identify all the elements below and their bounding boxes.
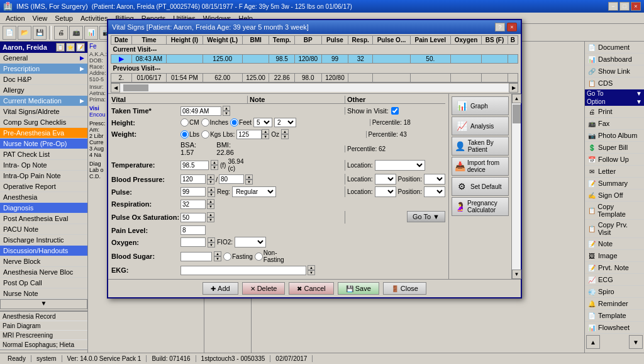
prev-visit-row-1[interactable]: 2. 01/06/17 01:54 PM 62.00 125.00 22.86 …: [111, 74, 518, 82]
right-letter[interactable]: ✉ Letter: [585, 166, 644, 178]
right-ecg[interactable]: 📈 ECG: [585, 274, 644, 286]
pulse-position-select[interactable]: [424, 186, 445, 197]
patient-icon-3[interactable]: 📝: [76, 43, 85, 52]
nav-dochp[interactable]: Doc H&P: [0, 74, 87, 85]
nav-allergy[interactable]: Allergy: [0, 85, 87, 96]
bp-sys-up[interactable]: ▲: [207, 174, 214, 179]
bs-input[interactable]: [180, 252, 212, 261]
taken-by-patient-btn[interactable]: 👤 Taken By Patient: [452, 137, 509, 156]
nav-nurse-note[interactable]: Nurse Note: [0, 288, 87, 299]
pulse-location-select[interactable]: [375, 186, 396, 197]
bp-position-select[interactable]: [424, 174, 445, 185]
taken-time-down[interactable]: ▼: [223, 111, 230, 116]
toolbar-fax[interactable]: 📠: [69, 26, 83, 40]
resp-up[interactable]: ▲: [207, 199, 214, 204]
resp-input[interactable]: [180, 200, 206, 209]
small-nav-anesthesia-record[interactable]: Anesthesia Record: [0, 312, 87, 321]
toolbar-save[interactable]: 💾: [33, 26, 47, 40]
bp-dia-up[interactable]: ▲: [245, 174, 253, 179]
fasting-radio[interactable]: [223, 253, 231, 261]
oxygen-input[interactable]: [180, 237, 206, 247]
delete-btn[interactable]: ✕ Delete: [242, 282, 286, 295]
ekg-input[interactable]: [180, 266, 306, 275]
right-show-link[interactable]: 🔗 Show Link: [585, 65, 644, 77]
right-fax[interactable]: 📠 Fax: [585, 118, 644, 130]
maximize-btn[interactable]: □: [619, 2, 630, 11]
menu-activities[interactable]: Activities: [77, 14, 111, 23]
bs-down[interactable]: ▼: [214, 256, 221, 261]
nav-post-anesthesia[interactable]: Post Anesthesia Eval: [0, 213, 87, 224]
weight-input[interactable]: [236, 130, 262, 139]
resp-down[interactable]: ▼: [207, 204, 214, 209]
nav-operative-report[interactable]: Operative Report: [0, 181, 87, 192]
pulse-up[interactable]: ▲: [208, 187, 215, 192]
analysis-btn[interactable]: 📈 Analysis: [452, 117, 509, 135]
close-btn[interactable]: ×: [631, 2, 641, 11]
goto-button[interactable]: Go To ▼: [407, 211, 445, 222]
right-print[interactable]: 🖨 Print: [585, 106, 644, 118]
nav-anesthesia[interactable]: Anesthesia: [0, 192, 87, 203]
weight-oz-up[interactable]: ▲: [281, 129, 289, 134]
nav-diagnosis[interactable]: Diagnosis: [0, 203, 87, 213]
small-nav-esophagus[interactable]: Normal Esophagus; Hieta: [0, 340, 87, 350]
oxygen-up[interactable]: ▲: [208, 237, 215, 242]
right-scroll-down[interactable]: ▼: [629, 335, 643, 349]
scroll-up-btn[interactable]: ▲: [512, 94, 521, 103]
small-nav-pain-diagram[interactable]: Pain Diagram: [0, 321, 87, 331]
nav-current-medication[interactable]: Current Medication ▶: [0, 96, 87, 106]
o2-input[interactable]: [180, 213, 206, 222]
right-spiro[interactable]: 💨 Spiro: [585, 286, 644, 298]
weight-lbs-radio[interactable]: [180, 130, 189, 139]
patient-icon-2[interactable]: ⭐: [66, 43, 75, 52]
bs-up[interactable]: ▲: [214, 251, 221, 256]
pulse-input[interactable]: [180, 187, 206, 196]
fio2-select[interactable]: [235, 237, 266, 247]
height-cm-radio[interactable]: [180, 118, 189, 127]
nav-discussion[interactable]: Discussion/Handouts: [0, 246, 87, 256]
scroll-right-btn[interactable]: ▶: [509, 83, 518, 93]
toolbar-print[interactable]: 🖨: [54, 26, 68, 40]
right-dashboard[interactable]: 📊 Dashboard: [585, 54, 644, 65]
bp-systolic-input[interactable]: [180, 174, 206, 184]
nav-discharge[interactable]: Discharge Instructic: [0, 235, 87, 246]
ekg-down[interactable]: ▼: [308, 270, 315, 275]
weight-down[interactable]: ▼: [262, 134, 269, 139]
table-horiz-scroll[interactable]: ◀ ▶: [111, 82, 518, 92]
bp-dia-down[interactable]: ▼: [245, 179, 253, 185]
temp-up[interactable]: ▲: [211, 160, 218, 165]
menu-view[interactable]: View: [30, 14, 51, 23]
right-image[interactable]: 🖼 Image: [585, 250, 644, 262]
nav-intraop-note[interactable]: Intra- Op Note: [0, 160, 87, 171]
nav-post-op-call[interactable]: Post Op Call: [0, 278, 87, 288]
weight-up[interactable]: ▲: [262, 129, 269, 134]
non-fasting-radio[interactable]: [255, 253, 263, 261]
dialog-help-btn[interactable]: ?: [495, 23, 505, 31]
temp-down[interactable]: ▼: [211, 165, 218, 170]
set-default-btn[interactable]: ⚙ Set Default: [452, 177, 509, 196]
scroll-down-btn[interactable]: ▼: [512, 270, 521, 279]
height-feet-radio[interactable]: [230, 118, 238, 127]
minimize-btn[interactable]: −: [608, 2, 618, 11]
nav-nurse-note-preop[interactable]: Nurse Note (Pre-Op): [0, 139, 87, 149]
right-super-bill[interactable]: 💲 Super Bill: [585, 142, 644, 154]
height-inches-radio[interactable]: [201, 118, 209, 127]
small-nav-mri[interactable]: MRI Prescreening: [0, 331, 87, 340]
show-visit-checkbox[interactable]: [391, 107, 399, 115]
bp-sys-down[interactable]: ▼: [207, 179, 214, 185]
menu-action[interactable]: Action: [3, 14, 28, 23]
pulse-down[interactable]: ▼: [208, 192, 215, 197]
save-btn[interactable]: 💾 Save: [338, 282, 379, 295]
o2-up[interactable]: ▲: [207, 212, 214, 217]
right-document[interactable]: 📄 Document: [585, 42, 644, 54]
nav-prescription[interactable]: Prescription ▶: [0, 64, 87, 74]
right-photo-album[interactable]: 📷 Photo Album: [585, 130, 644, 142]
taken-time-up[interactable]: ▲: [223, 106, 230, 111]
scroll-left-btn[interactable]: ◀: [111, 83, 120, 93]
ekg-up[interactable]: ▲: [308, 265, 315, 270]
right-flowsheet[interactable]: 📊 Flowsheet: [585, 322, 644, 334]
graph-btn[interactable]: 📊 Graph: [452, 96, 509, 115]
right-summary[interactable]: 📝 Summary: [585, 178, 644, 190]
height-feet-select[interactable]: 546: [253, 118, 272, 127]
menu-setup[interactable]: Setup: [52, 14, 76, 23]
nav-comp-surg[interactable]: Comp Surg Checklis: [0, 117, 87, 128]
